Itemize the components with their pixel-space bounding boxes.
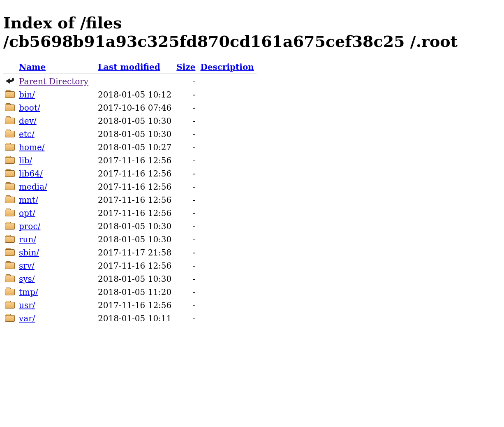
entry-name-cell: bin/ <box>16 88 95 101</box>
directory-link[interactable]: proc/ <box>19 221 40 231</box>
entry-size-cell: - <box>174 101 198 114</box>
folder-icon <box>5 221 15 229</box>
entry-desc-cell <box>198 141 256 154</box>
entry-size-cell: - <box>174 233 198 246</box>
table-row: srv/2017-11-16 12:56- <box>3 259 257 272</box>
entry-desc-cell <box>198 180 256 193</box>
entry-size-cell: - <box>174 193 198 207</box>
directory-link[interactable]: media/ <box>19 182 47 192</box>
entry-icon-cell <box>3 220 16 233</box>
entry-name-cell: dev/ <box>16 114 95 128</box>
folder-icon <box>5 116 15 124</box>
table-row: dev/2018-01-05 10:30- <box>3 114 257 128</box>
entry-desc-cell <box>198 285 256 299</box>
entry-modified-cell: 2017-11-16 12:56 <box>95 207 174 220</box>
entry-icon-cell <box>3 101 16 114</box>
folder-icon <box>5 129 15 137</box>
folder-icon <box>5 181 15 190</box>
entry-desc-cell <box>198 259 256 272</box>
directory-link[interactable]: dev/ <box>19 116 37 126</box>
separator-line <box>3 74 257 74</box>
entry-desc-cell <box>198 128 256 141</box>
entry-size-cell: - <box>174 167 198 180</box>
parent-name-cell: Parent Directory <box>16 75 95 88</box>
header-size: Size <box>174 61 198 73</box>
entry-modified-cell: 2018-01-05 10:11 <box>95 312 174 325</box>
entry-icon-cell <box>3 285 16 299</box>
entry-modified-cell: 2017-11-16 12:56 <box>95 180 174 193</box>
entry-desc-cell <box>198 101 256 114</box>
folder-icon <box>5 195 15 203</box>
entry-modified-cell: 2017-11-16 12:56 <box>95 259 174 272</box>
table-row: lib/2017-11-16 12:56- <box>3 154 257 167</box>
directory-link[interactable]: etc/ <box>19 129 35 139</box>
directory-link[interactable]: usr/ <box>19 300 35 310</box>
directory-link[interactable]: tmp/ <box>19 287 38 297</box>
directory-link[interactable]: srv/ <box>19 261 35 271</box>
entry-name-cell: media/ <box>16 180 95 193</box>
entry-desc-cell <box>198 246 256 259</box>
entry-icon-cell <box>3 128 16 141</box>
directory-link[interactable]: bin/ <box>19 90 35 100</box>
folder-icon <box>5 300 15 308</box>
header-description: Description <box>198 61 256 73</box>
directory-link[interactable]: run/ <box>19 234 36 244</box>
directory-link[interactable]: lib64/ <box>19 169 43 179</box>
folder-icon <box>5 89 15 97</box>
entry-icon-cell <box>3 299 16 312</box>
folder-icon <box>5 260 15 269</box>
directory-link[interactable]: sbin/ <box>19 248 39 258</box>
table-row: boot/2017-10-16 07:46- <box>3 101 257 114</box>
directory-link[interactable]: var/ <box>19 313 35 323</box>
table-header-row: Name Last modified Size Description <box>3 61 257 73</box>
parent-desc-cell <box>198 75 256 88</box>
entry-desc-cell <box>198 233 256 246</box>
entry-desc-cell <box>198 167 256 180</box>
entry-desc-cell <box>198 299 256 312</box>
directory-link[interactable]: sys/ <box>19 274 35 284</box>
folder-icon <box>5 234 15 242</box>
sort-by-name-link[interactable]: Name <box>19 62 46 72</box>
entry-icon-cell <box>3 154 16 167</box>
entry-size-cell: - <box>174 299 198 312</box>
sort-by-size-link[interactable]: Size <box>176 62 195 72</box>
folder-icon <box>5 313 15 321</box>
entry-desc-cell <box>198 207 256 220</box>
directory-link[interactable]: lib/ <box>19 155 32 165</box>
entry-icon-cell <box>3 114 16 128</box>
entry-name-cell: sbin/ <box>16 246 95 259</box>
table-row: tmp/2018-01-05 11:20- <box>3 285 257 299</box>
table-row: opt/2017-11-16 12:56- <box>3 207 257 220</box>
sort-by-modified-link[interactable]: Last modified <box>98 62 160 72</box>
folder-icon <box>5 274 15 282</box>
entry-desc-cell <box>198 114 256 128</box>
entry-name-cell: usr/ <box>16 299 95 312</box>
entry-modified-cell: 2018-01-05 10:30 <box>95 114 174 128</box>
entry-icon-cell <box>3 233 16 246</box>
entry-modified-cell: 2017-11-17 21:58 <box>95 246 174 259</box>
entry-size-cell: - <box>174 312 198 325</box>
entry-icon-cell <box>3 272 16 285</box>
entry-desc-cell <box>198 193 256 207</box>
sort-by-description-link[interactable]: Description <box>200 62 254 72</box>
entry-name-cell: mnt/ <box>16 193 95 207</box>
entry-name-cell: lib/ <box>16 154 95 167</box>
entry-modified-cell: 2018-01-05 10:30 <box>95 128 174 141</box>
page-title: Index of /files /cb5698b91a93c325fd870cd… <box>3 14 501 51</box>
entry-name-cell: proc/ <box>16 220 95 233</box>
entry-modified-cell: 2017-11-16 12:56 <box>95 193 174 207</box>
folder-icon <box>5 142 15 150</box>
directory-link[interactable]: home/ <box>19 142 44 152</box>
header-icon-cell <box>3 61 16 73</box>
parent-directory-link[interactable]: Parent Directory <box>19 77 88 86</box>
parent-modified-cell <box>95 75 174 88</box>
entry-icon-cell <box>3 193 16 207</box>
entry-icon-cell <box>3 207 16 220</box>
directory-link[interactable]: opt/ <box>19 208 35 218</box>
entry-desc-cell <box>198 220 256 233</box>
entry-modified-cell: 2018-01-05 10:27 <box>95 141 174 154</box>
directory-link[interactable]: boot/ <box>19 103 40 113</box>
entry-modified-cell: 2017-11-16 12:56 <box>95 299 174 312</box>
directory-link[interactable]: mnt/ <box>19 195 38 205</box>
table-row: home/2018-01-05 10:27- <box>3 141 257 154</box>
